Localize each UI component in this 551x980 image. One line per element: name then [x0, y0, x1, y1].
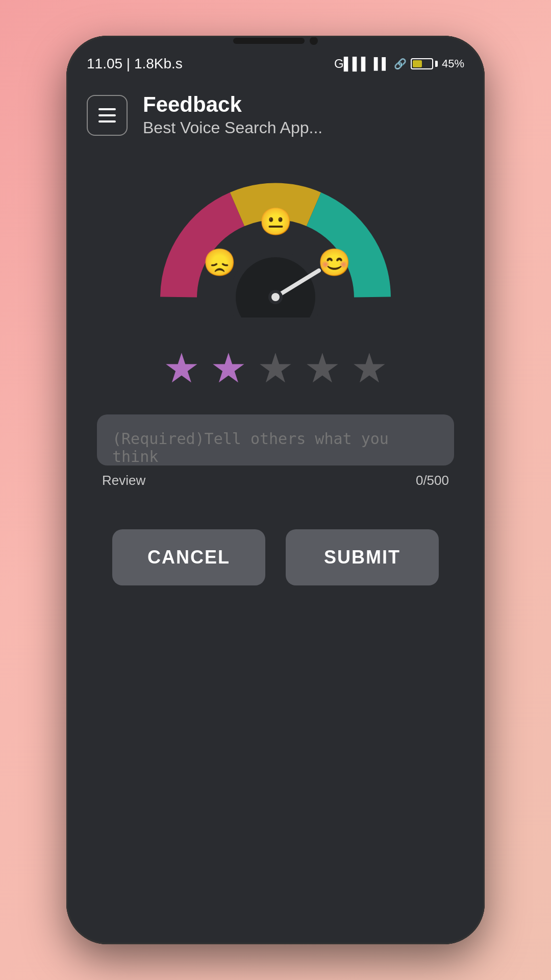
star-3[interactable]: ★ — [257, 348, 294, 389]
happy-face-icon: 😊 — [318, 247, 351, 278]
status-icons: G▌▌▌ ▌▌ 🔗 45% — [334, 57, 464, 71]
review-input[interactable] — [97, 414, 454, 465]
battery-indicator: 45% — [411, 57, 464, 70]
star-4[interactable]: ★ — [304, 348, 341, 389]
battery-body — [411, 58, 433, 69]
camera-dot — [310, 37, 318, 45]
review-meta: Review 0/500 — [97, 468, 454, 488]
svg-point-4 — [271, 293, 280, 301]
review-count: 0/500 — [416, 473, 449, 488]
link-icon: 🔗 — [394, 58, 407, 70]
wifi-icon: ▌▌ — [374, 57, 390, 70]
review-label: Review — [102, 473, 145, 488]
page-subtitle: Best Voice Search App... — [143, 117, 322, 139]
gauge-meter: 😞 😐 😊 — [153, 175, 398, 317]
star-5[interactable]: ★ — [351, 348, 388, 389]
neutral-face-icon: 😐 — [259, 206, 292, 237]
cancel-button[interactable]: CANCEL — [112, 529, 265, 585]
sad-face-icon: 😞 — [203, 247, 236, 278]
star-2[interactable]: ★ — [210, 348, 247, 389]
action-buttons: CANCEL SUBMIT — [97, 529, 454, 585]
speaker-grille — [233, 38, 305, 44]
phone-screen: 11.05 | 1.8Kb.s G▌▌▌ ▌▌ 🔗 45% — [66, 36, 485, 944]
review-section: Review 0/500 — [97, 414, 454, 488]
main-content: 😞 😐 😊 ★ ★ ★ ★ ★ Review 0 — [66, 154, 485, 944]
star-1[interactable]: ★ — [163, 348, 200, 389]
menu-button[interactable] — [87, 95, 128, 136]
battery-fill — [413, 60, 422, 67]
battery-tip — [435, 61, 438, 67]
page-title: Feedback — [143, 92, 322, 117]
battery-percent: 45% — [442, 57, 464, 70]
phone-frame: 11.05 | 1.8Kb.s G▌▌▌ ▌▌ 🔗 45% — [66, 36, 485, 944]
submit-button[interactable]: SUBMIT — [286, 529, 439, 585]
status-bar: 11.05 | 1.8Kb.s G▌▌▌ ▌▌ 🔗 45% — [66, 46, 485, 82]
camera-area — [66, 36, 485, 46]
app-header: Feedback Best Voice Search App... — [66, 82, 485, 154]
status-time: 11.05 | 1.8Kb.s — [87, 56, 183, 72]
stars-rating[interactable]: ★ ★ ★ ★ ★ — [163, 348, 388, 389]
network-icon: G▌▌▌ — [334, 57, 370, 71]
header-text: Feedback Best Voice Search App... — [143, 92, 322, 139]
hamburger-icon — [98, 108, 116, 122]
gauge-svg: 😞 😐 😊 — [153, 175, 398, 317]
